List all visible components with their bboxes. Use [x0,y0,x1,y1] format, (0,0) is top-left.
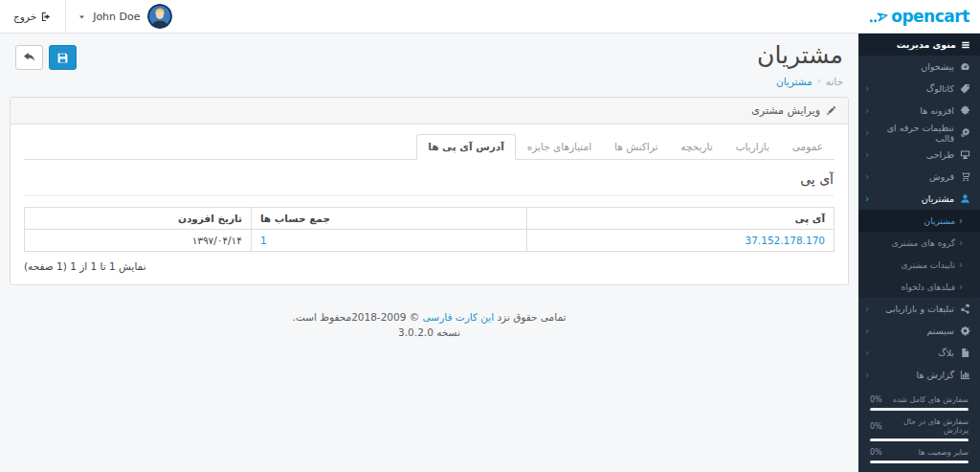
submenu-item-customers[interactable]: ‹ مشتریان [858,210,980,232]
logout-label: خروج [13,11,36,22]
main-content: مشتریان خانه ‹ مشتریان [0,34,858,472]
breadcrumb-home-link[interactable]: خانه [826,76,843,87]
bar-chart-icon [960,370,970,380]
tab-bar: عمومی بازاریاب تاریخچه تراکنش ها امتیازه… [24,134,835,160]
pagination-results-text: نمایش 1 تا 1 از 1 (1 صفحه) [24,260,835,272]
submenu-item-label: گروه های مشتری [892,238,955,248]
user-dropdown[interactable]: John Doe [66,0,183,33]
stat-label: سفارش های کامل شده [893,395,969,404]
footer-link[interactable]: این کارت فارسی [423,311,495,323]
sidebar-item-system[interactable]: سیستم ‹ [858,320,980,342]
sidebar-item-label: طراحی [926,149,954,160]
cell-date-added: ۱۳۹۷/۰۴/۱۴ [25,229,252,251]
column-header-ip: آی پی [526,207,834,229]
progress-bar [870,461,969,463]
sidebar-item-label: کاتالوگ [926,83,954,94]
stat-label: سایر وضعیت ها [919,448,969,457]
stat-processing-orders: سفارش های در حال پردازش 0% [870,417,969,441]
opencart-admin-app: opencart John Doe [0,0,980,472]
total-accounts-link[interactable]: 1 [260,235,267,246]
footer: تمامی حقوق نزد این کارت فارسی © 2009-201… [0,309,858,341]
share-icon [960,303,970,314]
gear-icon [960,326,970,336]
sidebar-item-label: تبلیغات و بازاریابی [885,303,954,314]
sidebar-item-marketing[interactable]: تبلیغات و بازاریابی ‹ [858,298,980,320]
stat-value: 0% [870,422,882,431]
chevron-left-icon: ‹ [865,347,869,357]
sidebar-item-theme-settings[interactable]: تنظیمات حرفه ای قالب ‹ [858,122,980,144]
back-button[interactable] [15,45,43,70]
sidebar-item-label: گزارش ها [916,370,954,380]
tab-affiliate[interactable]: بازاریاب [724,134,781,160]
caret-down-icon [78,12,86,21]
panel-body: عمومی بازاریاب تاریخچه تراکنش ها امتیازه… [11,124,848,284]
page-title: مشتریان [757,42,843,70]
footer-copyright-years: © 2009-2018 [351,311,419,323]
submenu-item-custom-fields[interactable]: ‹ فیلدهای دلخواه [858,276,980,298]
stat-label: سفارش های در حال پردازش [882,417,969,435]
logout-button[interactable]: خروج [0,0,65,33]
sidebar-menu-header-label: منوی مدیریت [897,39,956,50]
breadcrumb-current-link[interactable]: مشتریان [776,76,813,87]
cell-ip: 37.152.178.170 [526,229,834,251]
chevron-left-icon: ‹ [865,148,869,159]
puzzle-icon [960,105,970,116]
panel-heading-label: ویرایش مشتری [751,104,820,117]
tab-transactions[interactable]: تراکنش ها [603,134,669,160]
submenu-item-customer-approvals[interactable]: ‹ تاییدات مشتری [858,254,980,276]
customers-submenu: ‹ مشتریان ‹ گروه های مشتری ‹ تاییدات مشت… [858,210,980,298]
table-header-row: آی پی جمع حساب ها تاریخ افزودن [25,207,835,229]
sidebar-item-customers[interactable]: مشتریان ‹ [858,188,980,210]
column-header-date-added: تاریخ افزودن [25,207,252,229]
sign-out-icon [41,11,52,22]
tab-general[interactable]: عمومی [781,134,835,160]
tab-reward-points[interactable]: امتیازهای جایزه [516,134,603,160]
sidebar-item-sales[interactable]: فروش ‹ [858,166,980,188]
ip-tab-pane: آی پی آی پی جمع حساب ها تاریخ افزودن [24,160,835,272]
column-header-total-accounts: جمع حساب ها [251,207,526,229]
chevron-left-icon: ‹ [865,325,869,335]
stat-other-statuses: سایر وضعیت ها 0% [870,448,969,463]
sidebar-item-catalog[interactable]: کاتالوگ ‹ [858,78,980,100]
ip-address-link[interactable]: 37.152.178.170 [746,235,826,246]
chevron-left-icon: ‹ [959,215,963,226]
sidebar-item-label: مشتریان [922,193,954,204]
chevron-left-icon: ‹ [865,104,869,115]
chevron-left-icon: ‹ [959,259,963,270]
sidebar-item-label: افزونه ها [920,105,954,116]
topbar-divider [65,0,66,33]
edit-customer-panel: ویرایش مشتری عمومی بازاریاب تاریخچه تراک… [10,97,849,285]
sidebar-item-dashboard[interactable]: پیشخوان [858,56,980,78]
panel-heading: ویرایش مشتری [11,98,848,124]
chevron-left-icon: ‹ [959,281,963,292]
footer-copyright-line: تمامی حقوق نزد این کارت فارسی © 2009-201… [0,309,858,325]
bars-icon [961,40,970,50]
dashboard-icon [960,61,970,72]
sidebar-item-label: فروش [929,171,954,182]
pencil-icon [826,105,836,116]
submenu-item-label: تاییدات مشتری [901,260,955,270]
chevron-left-icon: ‹ [959,237,963,248]
submenu-item-customer-groups[interactable]: ‹ گروه های مشتری [858,232,980,254]
save-button[interactable] [49,45,77,70]
breadcrumb: خانه ‹ مشتریان [757,76,843,87]
tab-history[interactable]: تاریخچه [669,134,724,160]
sidebar-item-blog[interactable]: بلاگ ‹ [858,342,980,364]
submenu-item-label: مشتریان [924,216,955,226]
file-icon [960,348,970,358]
table-row: 37.152.178.170 1 ۱۳۹۷/۰۴/۱۴ [25,229,835,251]
ip-table: آی پی جمع حساب ها تاریخ افزودن 37.152.17… [24,207,835,252]
user-icon [960,193,970,204]
sidebar-item-design[interactable]: طراحی ‹ [858,144,980,166]
breadcrumb-separator: ‹ [817,76,821,86]
sidebar-item-reports[interactable]: گزارش ها ‹ [858,364,980,386]
stat-value: 0% [870,448,882,457]
progress-bar [870,438,969,441]
opencart-logo[interactable]: opencart [858,7,980,26]
avatar [147,4,172,29]
sidebar-item-extensions[interactable]: افزونه ها ‹ [858,100,980,122]
tab-ip-addresses[interactable]: آدرس آی پی ها [416,134,516,160]
floppy-save-icon [56,52,69,64]
stat-completed-orders: سفارش های کامل شده 0% [870,395,969,411]
sidebar-menu-header: منوی مدیریت [858,34,980,56]
